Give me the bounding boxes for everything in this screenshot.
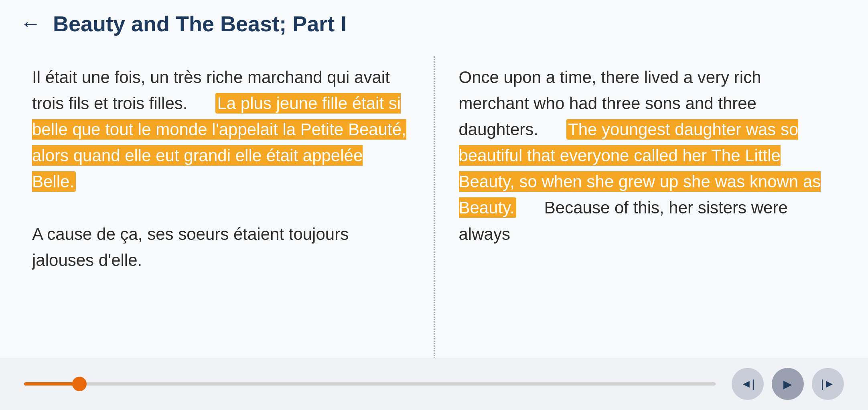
- forward-icon: |►: [821, 378, 835, 390]
- rewind-button[interactable]: ◄|: [732, 368, 764, 400]
- english-paragraph: Once upon a time, there lived a very ric…: [459, 64, 836, 247]
- progress-bar[interactable]: [24, 382, 716, 386]
- content-area: Il était une fois, un très riche marchan…: [0, 44, 868, 378]
- bottom-bar: ◄| ▶ |►: [0, 358, 868, 410]
- right-panel-english: Once upon a time, there lived a very ric…: [435, 52, 868, 378]
- french-paragraph-2: A cause de ça, ses soeurs étaient toujou…: [32, 221, 410, 273]
- playback-controls: ◄| ▶ |►: [732, 368, 844, 400]
- forward-button[interactable]: |►: [812, 368, 844, 400]
- left-panel-french: Il était une fois, un très riche marchan…: [0, 52, 434, 378]
- french-paragraph: Il était une fois, un très riche marchan…: [32, 64, 410, 195]
- progress-thumb[interactable]: [72, 377, 87, 391]
- play-button[interactable]: ▶: [772, 368, 804, 400]
- back-button[interactable]: ←: [20, 13, 41, 34]
- header: ← Beauty and The Beast; Part I: [0, 0, 868, 44]
- progress-fill: [24, 382, 79, 386]
- page-title: Beauty and The Beast; Part I: [53, 11, 347, 36]
- french-text-after: A cause de ça, ses soeurs étaient toujou…: [32, 225, 349, 270]
- rewind-icon: ◄|: [741, 378, 755, 390]
- play-icon: ▶: [783, 378, 792, 391]
